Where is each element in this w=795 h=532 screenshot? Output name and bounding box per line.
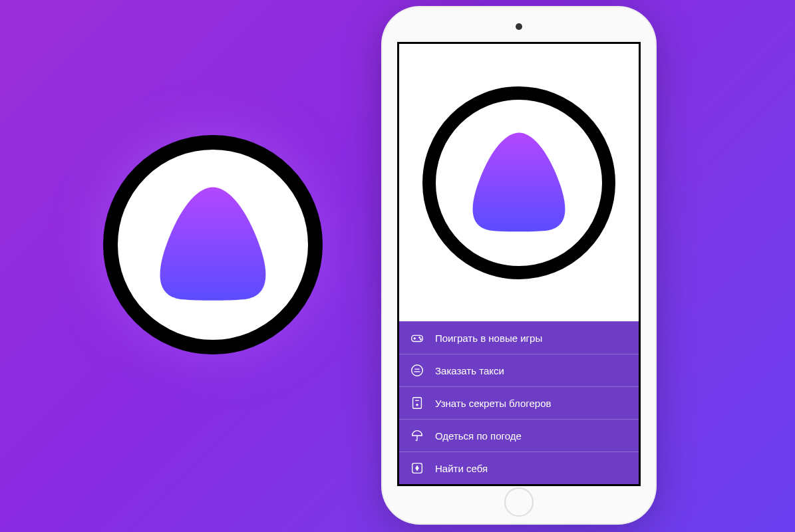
- phone-mockup: Поиграть в новые игры Заказать такси: [381, 6, 657, 525]
- menu-item-weather[interactable]: Одеться по погоде: [399, 420, 639, 452]
- taxi-icon: [410, 363, 424, 378]
- alice-logo-app: [422, 86, 615, 279]
- phone-speaker: [516, 23, 522, 30]
- menu-label: Заказать такси: [435, 365, 628, 376]
- phone-home-button[interactable]: [504, 487, 534, 517]
- menu-label: Одеться по погоде: [435, 430, 628, 442]
- menu-item-games[interactable]: Поиграть в новые игры: [399, 322, 639, 354]
- logo-circle: [103, 135, 323, 354]
- umbrella-icon: [410, 428, 424, 443]
- alice-triangle-icon: [144, 176, 281, 313]
- app-logo-area: [399, 44, 639, 321]
- menu-list: Поиграть в новые игры Заказать такси: [399, 321, 639, 484]
- phone-screen: Поиграть в новые игры Заказать такси: [397, 42, 641, 486]
- alice-triangle-icon: [459, 123, 579, 243]
- menu-label: Узнать секреты блогеров: [435, 398, 628, 409]
- menu-item-bloggers[interactable]: Узнать секреты блогеров: [399, 387, 639, 420]
- book-icon: [410, 396, 424, 410]
- svg-point-8: [416, 404, 418, 406]
- menu-label: Найти себя: [435, 463, 628, 474]
- menu-item-find-yourself[interactable]: Найти себя: [399, 452, 639, 484]
- svg-rect-6: [413, 398, 422, 409]
- svg-point-4: [420, 339, 421, 340]
- svg-point-3: [419, 337, 420, 338]
- gamepad-icon: [410, 331, 424, 345]
- menu-item-taxi[interactable]: Заказать такси: [399, 354, 639, 387]
- menu-label: Поиграть в новые игры: [435, 332, 628, 344]
- compass-icon: [410, 461, 424, 475]
- logo-circle: [422, 86, 615, 279]
- alice-logo-standalone: [103, 135, 323, 354]
- svg-point-5: [412, 365, 423, 376]
